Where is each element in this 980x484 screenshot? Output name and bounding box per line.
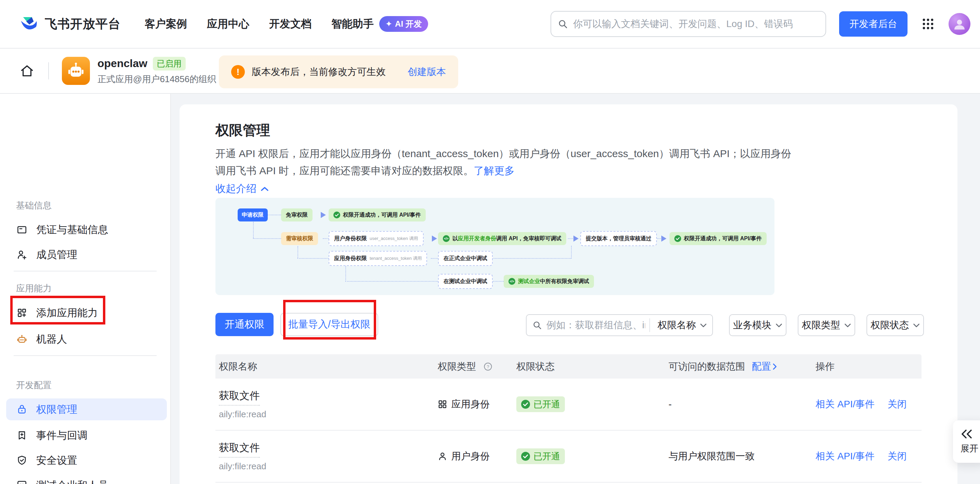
arrow-icon bbox=[321, 212, 326, 218]
divider bbox=[48, 62, 49, 80]
close-permission-link[interactable]: 关闭 bbox=[888, 398, 907, 411]
filter-business-module[interactable]: 业务模块 bbox=[729, 314, 786, 336]
user-identity-icon bbox=[438, 452, 447, 461]
related-api-link[interactable]: 相关 API/事件 bbox=[816, 450, 875, 463]
status-badge: 已开通 bbox=[516, 449, 565, 464]
sidebar: 基础信息 凭证与基础信息 成员管理 应用能力 bbox=[0, 94, 171, 484]
app-name: openclaw bbox=[97, 57, 147, 70]
sidebar-item-add-capability[interactable]: 添加应用能力 bbox=[0, 300, 170, 326]
create-version-link[interactable]: 创建版本 bbox=[407, 65, 446, 78]
table-row: 获取文件 aily:file:read 用户身份 已开通 与用户权限范围一致 bbox=[215, 431, 921, 482]
section-label-basic: 基础信息 bbox=[16, 200, 52, 212]
global-search-input[interactable] bbox=[573, 19, 819, 29]
svg-text:?: ? bbox=[487, 364, 489, 369]
configure-link[interactable]: 配置 bbox=[752, 360, 777, 373]
dotted-connector bbox=[298, 246, 298, 259]
permission-code: aily:file:read bbox=[219, 409, 438, 420]
close-permission-link[interactable]: 关闭 bbox=[888, 450, 907, 463]
flow-node-dev-call: </> 以应用开发者身份调用 API，免审核即可调试 bbox=[438, 232, 566, 245]
dotted-connector bbox=[345, 281, 438, 282]
page: 飞书开放平台 客户案例 应用中心 开发文档 智能助手 ✦ AI 开发 bbox=[0, 0, 980, 484]
flow-node-formal-debug: 在正式企业中调试 bbox=[438, 251, 493, 266]
permission-search: 权限名称 bbox=[526, 314, 713, 336]
api-icon: </> bbox=[443, 235, 450, 242]
help-question-icon[interactable]: ? bbox=[484, 362, 492, 371]
dotted-connector bbox=[323, 238, 329, 239]
nav-item-app-center[interactable]: 应用中心 bbox=[207, 17, 249, 31]
user-avatar[interactable] bbox=[948, 13, 970, 35]
banner-text: 版本发布后，当前修改方可生效 bbox=[252, 65, 386, 78]
chevron-right-icon bbox=[772, 363, 777, 370]
app-identity-icon bbox=[438, 399, 447, 409]
developer-console-button[interactable]: 开发者后台 bbox=[839, 11, 907, 37]
api-icon: </> bbox=[509, 278, 515, 285]
chevron-down-icon bbox=[844, 323, 851, 327]
permission-type: 应用身份 bbox=[451, 398, 490, 411]
flow-node-tenant-perm: 应用身份权限tenant_access_token 调用 bbox=[329, 251, 427, 266]
feishu-logo-icon bbox=[19, 14, 39, 34]
dotted-connector bbox=[492, 281, 504, 282]
sidebar-item-security[interactable]: 安全设置 bbox=[0, 448, 170, 473]
check-circle-icon bbox=[333, 212, 340, 218]
brand-logo[interactable]: 飞书开放平台 bbox=[19, 14, 121, 34]
description-line2: 调用飞书 API 时，应用可能还需要申请对应的数据权限。了解更多 bbox=[215, 163, 515, 178]
event-callback-icon bbox=[16, 430, 28, 441]
home-icon[interactable] bbox=[19, 62, 35, 79]
sparkle-icon: ✦ bbox=[385, 19, 392, 29]
nav-item-assistant[interactable]: 智能助手 ✦ AI 开发 bbox=[331, 16, 428, 32]
check-circle-icon bbox=[521, 452, 530, 461]
filter-permission-status[interactable]: 权限状态 bbox=[867, 314, 924, 336]
ai-dev-badge: ✦ AI 开发 bbox=[379, 16, 428, 32]
nav-item-cases[interactable]: 客户案例 bbox=[145, 17, 187, 31]
sidebar-item-permissions[interactable]: 权限管理 bbox=[0, 398, 170, 420]
flow-node-no-review: 免审权限 bbox=[281, 208, 313, 222]
nav-item-docs[interactable]: 开发文档 bbox=[269, 17, 312, 31]
collapse-intro-link[interactable]: 收起介绍 bbox=[215, 182, 269, 196]
chevron-down-icon bbox=[700, 323, 707, 327]
app-icon-robot bbox=[62, 57, 90, 85]
app-meta: openclaw 已启用 正式应用@用户614856的组织 bbox=[97, 57, 216, 85]
flow-node-test-debug: 在测试企业中调试 bbox=[438, 274, 493, 289]
expand-panel-tab[interactable]: 展开 bbox=[953, 420, 980, 463]
dotted-connector bbox=[253, 238, 281, 239]
data-scope: 与用户权限范围一致 bbox=[668, 450, 816, 463]
chevron-down-icon bbox=[913, 323, 920, 327]
flow-node-user-perm: 用户身份权限user_access_token 调用 bbox=[329, 231, 424, 246]
global-search bbox=[550, 11, 826, 37]
version-banner: ! 版本发布后，当前修改方可生效 创建版本 bbox=[219, 56, 458, 88]
flow-node-test-free: </> 测试企业中所有权限免审调试 bbox=[504, 275, 594, 288]
nav-right: 开发者后台 bbox=[550, 11, 970, 37]
warning-icon: ! bbox=[231, 65, 245, 79]
dotted-connector bbox=[431, 258, 438, 259]
permission-name[interactable]: 获取文件 bbox=[219, 441, 260, 458]
permission-name[interactable]: 获取文件 bbox=[219, 389, 260, 406]
filter-permission-type[interactable]: 权限类型 bbox=[798, 314, 855, 336]
arrow-icon bbox=[573, 235, 579, 242]
flow-node-apply: 申请权限 bbox=[238, 208, 268, 222]
permission-code: aily:file:read bbox=[219, 461, 438, 472]
code-icon bbox=[16, 479, 28, 484]
sidebar-item-members[interactable]: 成员管理 bbox=[0, 242, 170, 267]
sidebar-item-events[interactable]: 事件与回调 bbox=[0, 423, 170, 448]
app-subtitle: 正式应用@用户614856的组织 bbox=[97, 73, 216, 85]
related-api-link[interactable]: 相关 API/事件 bbox=[816, 398, 875, 411]
open-permission-button[interactable]: 开通权限 bbox=[215, 313, 274, 336]
table-row: 获取文件 aily:file:read 应用身份 已开通 - bbox=[215, 379, 921, 431]
flow-node-success-1: 权限开通成功，可调用 API/事件 bbox=[329, 208, 426, 222]
flow-node-need-review: 需审核权限 bbox=[281, 232, 318, 245]
apps-grid-icon[interactable] bbox=[921, 16, 935, 32]
sidebar-item-bot[interactable]: 机器人 bbox=[0, 327, 170, 352]
column-header-name: 权限名称 bbox=[215, 360, 438, 373]
dotted-connector bbox=[492, 258, 571, 259]
learn-more-link[interactable]: 了解更多 bbox=[474, 165, 515, 176]
permission-search-input[interactable] bbox=[546, 320, 645, 331]
sidebar-item-credentials[interactable]: 凭证与基础信息 bbox=[0, 217, 170, 242]
batch-import-export-button[interactable]: 批量导入/导出权限 bbox=[280, 313, 378, 336]
expand-label: 展开 bbox=[961, 442, 978, 455]
search-icon bbox=[557, 19, 568, 29]
brand-name: 飞书开放平台 bbox=[45, 16, 121, 32]
sidebar-item-test-company[interactable]: 测试企业和人员 bbox=[0, 473, 170, 484]
top-navbar: 飞书开放平台 客户案例 应用中心 开发文档 智能助手 ✦ AI 开发 bbox=[0, 0, 980, 49]
permission-type: 用户身份 bbox=[451, 450, 490, 463]
search-category-select[interactable]: 权限名称 bbox=[649, 318, 707, 332]
